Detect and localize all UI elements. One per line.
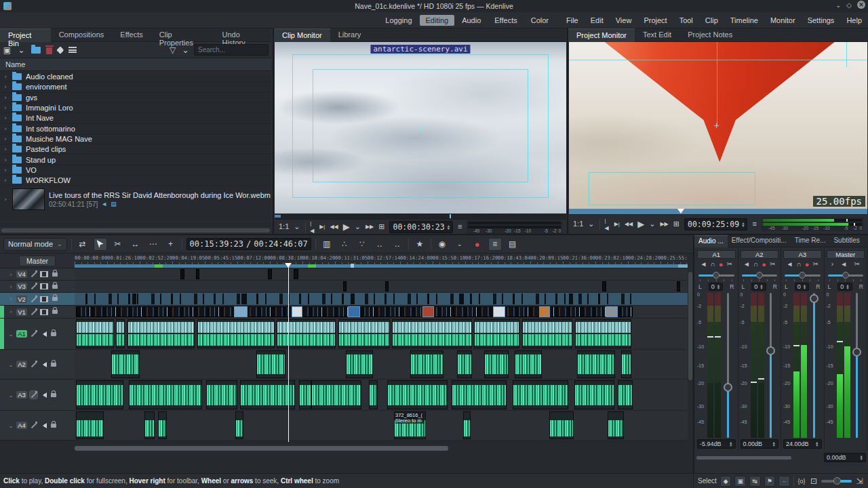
chevron-right-icon[interactable]: › <box>8 271 14 278</box>
chevron-down-icon[interactable]: ⌄ <box>17 45 26 55</box>
timeline-track-v4[interactable] <box>75 268 688 281</box>
track-effects-icon[interactable] <box>30 330 37 338</box>
snap-alt-icon[interactable]: ∵ <box>355 238 369 251</box>
balance-value[interactable]: 0▲▼ <box>751 283 766 291</box>
balance-slider[interactable] <box>742 271 778 279</box>
menu-item[interactable]: Help <box>840 14 868 26</box>
timeline-clip[interactable] <box>539 306 550 317</box>
rewind-icon[interactable]: ◀◀ <box>330 223 338 230</box>
effects-wand-icon[interactable]: ✂ <box>854 261 859 268</box>
effects-wand-icon[interactable]: ✂ <box>727 261 732 268</box>
master-db-value[interactable]: 0.00dB ▲▼ <box>824 453 866 462</box>
volume-fader[interactable] <box>766 293 774 438</box>
monitor-menu-icon[interactable]: ≡ <box>458 223 462 230</box>
zone-start-icon[interactable]: |◀ <box>310 220 315 235</box>
chevron-right-icon[interactable]: › <box>3 73 8 80</box>
timeline-clip[interactable] <box>206 380 237 409</box>
effects-wand-icon[interactable]: ✂ <box>770 261 775 268</box>
timeline-clip[interactable] <box>549 411 574 439</box>
timeline-clip[interactable] <box>474 319 519 348</box>
zoom-slider-knob[interactable] <box>833 477 841 485</box>
fader-handle[interactable] <box>766 346 775 355</box>
timecode-spinner[interactable]: ▲▼ <box>742 222 744 227</box>
fader-handle[interactable] <box>852 348 861 357</box>
project-monitor-seekbar[interactable] <box>569 209 867 214</box>
timeline-clip[interactable] <box>484 350 509 378</box>
timeline-clip[interactable] <box>76 380 124 409</box>
master-track-button[interactable]: Master <box>19 256 56 266</box>
mute-icon[interactable]: ◄ <box>701 261 707 268</box>
balance-spinner[interactable]: ▲▼ <box>717 284 720 289</box>
timeline-zoom-slider[interactable] <box>821 480 852 483</box>
timeline-clip[interactable] <box>463 411 471 439</box>
markers-icon[interactable]: ∙∙ <box>778 476 790 487</box>
flag-icon[interactable]: ⚑ <box>764 476 776 487</box>
bin-folder-row[interactable]: › Pasted clips <box>0 144 271 155</box>
thumbnails-toggle-icon[interactable]: ▥ <box>320 238 334 251</box>
timeline-clip[interactable] <box>116 319 125 348</box>
subtitle-toggle-icon[interactable]: ▤ <box>506 238 519 251</box>
audio-track-icon[interactable] <box>40 331 47 337</box>
fade-alt-icon[interactable]: ‥ <box>391 238 404 251</box>
menu-item[interactable]: Tool <box>673 14 699 26</box>
mixer-toggle-icon[interactable]: ≡ <box>488 238 502 251</box>
track-header-v4[interactable]: ›V4 <box>0 268 75 281</box>
menu-item[interactable]: Edit <box>585 14 610 26</box>
timeline-clip[interactable] <box>618 380 633 409</box>
bin-horizontal-scrollbar[interactable] <box>1 228 270 232</box>
monitor-tab[interactable]: Clip Monitor <box>274 28 330 42</box>
timeline-clip[interactable] <box>127 319 195 348</box>
timeline-clip[interactable] <box>577 350 615 378</box>
zone-icon[interactable]: ⊞ <box>673 220 679 228</box>
project-monitor-video[interactable]: + 25.00fps <box>569 42 867 209</box>
record-icon[interactable]: ● <box>762 261 766 268</box>
chevron-right-icon[interactable]: › <box>3 115 8 121</box>
lock-icon[interactable] <box>52 272 58 277</box>
db-spinner[interactable]: ▲▼ <box>772 441 776 447</box>
favorite-effects-icon[interactable]: ★ <box>413 238 427 251</box>
channel-db-value[interactable]: 0.00dB▲▼ <box>741 439 779 449</box>
timeline-vertical-scrollbar[interactable] <box>688 272 692 380</box>
timeline-clip[interactable] <box>575 319 631 348</box>
monitor-tab[interactable]: Project Monitor <box>568 28 635 42</box>
timeline-clip[interactable] <box>196 269 199 279</box>
timeline-clip[interactable] <box>299 380 311 409</box>
timeline-track-v1[interactable] <box>75 306 688 319</box>
timeline-clip[interactable] <box>606 306 618 317</box>
balance-spinner[interactable]: ▲▼ <box>760 284 763 289</box>
balance-value[interactable]: 0▲▼ <box>709 283 723 291</box>
lock-icon[interactable] <box>52 297 58 301</box>
timeline-clip[interactable] <box>369 380 378 409</box>
play-icon[interactable]: ▶ <box>637 220 644 228</box>
track-effects-icon[interactable] <box>30 308 37 316</box>
timeline-clip[interactable] <box>268 269 272 279</box>
effects-wand-icon[interactable]: ✂ <box>813 261 818 268</box>
workspace-button[interactable]: Effects <box>488 15 523 26</box>
timeline-clip[interactable] <box>235 411 244 439</box>
track-effects-icon[interactable] <box>30 270 37 278</box>
monitor-headphones-icon[interactable]: ∩ <box>753 261 758 268</box>
bin-tab[interactable]: Compositions <box>51 28 113 42</box>
fast-forward-icon[interactable]: ▶▶ <box>366 223 374 230</box>
channel-name-button[interactable]: Master <box>827 250 865 259</box>
multicam-tool-icon[interactable]: + <box>164 238 178 251</box>
db-spinner[interactable]: ▲▼ <box>815 441 818 447</box>
play-icon[interactable]: ▶ <box>343 223 350 230</box>
bin-folder-row[interactable]: › Stand up <box>0 155 271 165</box>
timeline-clip[interactable] <box>452 380 507 409</box>
chevron-down-icon[interactable]: ⌄ <box>355 223 361 230</box>
chevron-right-icon[interactable]: › <box>3 157 8 163</box>
timeline-clip[interactable] <box>621 350 631 378</box>
zone-end-icon[interactable]: ▶| <box>319 223 325 230</box>
chevron-right-icon[interactable]: › <box>3 125 8 132</box>
channel-db-value[interactable]: -5.94dB▲▼ <box>697 439 736 449</box>
tag-icon[interactable] <box>56 46 64 54</box>
track-effects-icon[interactable] <box>30 296 37 303</box>
video-track-icon[interactable] <box>40 283 48 289</box>
zoom-level[interactable]: 1:1 <box>279 223 289 230</box>
chevron-down-icon[interactable]: ⌄ <box>8 331 14 338</box>
timeline-track-v3[interactable] <box>75 281 688 293</box>
timeline-clip[interactable] <box>277 319 336 348</box>
menu-item[interactable]: Clip <box>699 14 724 26</box>
timeline-clip[interactable] <box>574 380 614 409</box>
